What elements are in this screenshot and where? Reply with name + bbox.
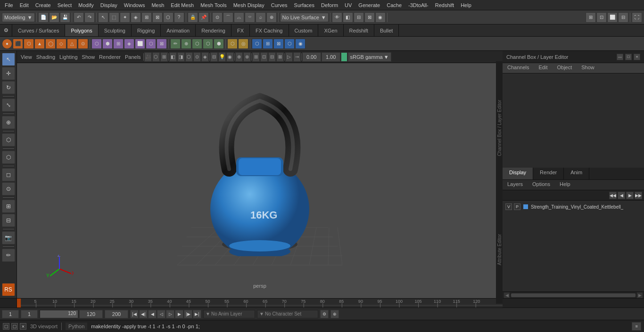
cyl-btn[interactable]: ⬡ <box>24 39 34 49</box>
prev-key-btn[interactable]: ◀| <box>139 310 148 318</box>
tab-fx-caching[interactable]: FX Caching <box>250 24 289 36</box>
layer-prev2-btn[interactable]: ◀ <box>618 192 625 199</box>
curve4-btn[interactable]: ⌕ <box>256 12 266 23</box>
combine-btn[interactable]: ⊞ <box>263 39 273 49</box>
tab-rigging[interactable]: Rigging <box>132 24 161 36</box>
extrude-btn[interactable]: ⊞ <box>113 39 124 49</box>
vp-iso-icon[interactable]: ⬡ <box>152 52 160 62</box>
rp-maximize-btn[interactable]: □ <box>625 54 632 60</box>
options-subtab[interactable]: Options <box>528 180 555 190</box>
script-editor-btn[interactable]: ≡ <box>632 322 641 331</box>
play-back-btn[interactable]: ◁ <box>157 310 165 318</box>
layout4-btn[interactable]: ⊟ <box>618 12 628 23</box>
paint-btn[interactable]: ✦ <box>120 12 130 23</box>
viewport[interactable]: View Shading Lighting Show Renderer Pane… <box>17 51 503 298</box>
prism-btn[interactable]: ◇ <box>56 39 66 49</box>
annotation-btn[interactable]: ✏ <box>2 249 15 262</box>
tab-fx[interactable]: FX <box>231 24 250 36</box>
menu-redshift[interactable]: Redshift <box>432 1 457 9</box>
vp-isolate-icon[interactable]: ⊟ <box>210 52 218 62</box>
tool2-btn[interactable]: ⊠ <box>152 12 163 23</box>
tab-rendering[interactable]: Rendering <box>196 24 231 36</box>
layer-next-btn[interactable]: ▶ <box>626 192 634 199</box>
boolean-btn[interactable]: ⊠ <box>273 39 284 49</box>
range-end-input[interactable]: 120 <box>79 310 103 318</box>
vp-show-menu[interactable]: Show <box>80 54 97 60</box>
live-surface-dropdown[interactable]: No Live Surface ▼ <box>280 13 329 22</box>
tool3-btn[interactable]: ⬡ <box>163 12 173 23</box>
menu-deform[interactable]: Deform <box>318 1 341 9</box>
go-start-btn[interactable]: |◀ <box>130 310 139 318</box>
connect-btn[interactable]: ⬢ <box>214 39 224 49</box>
curve2-btn[interactable]: ⌓ <box>234 12 244 23</box>
anim-icon[interactable]: □ <box>11 323 18 330</box>
menu-mesh-display[interactable]: Mesh Display <box>231 1 267 9</box>
bridge-btn[interactable]: ⬜ <box>135 39 145 49</box>
collapse-btn[interactable]: ⊠ <box>157 39 167 49</box>
vp-wire-icon[interactable]: ⬡ <box>185 52 193 62</box>
vp-shading-icon1[interactable]: ◧ <box>169 52 177 62</box>
tab-curves-surfaces[interactable]: Curves / Surfaces <box>12 24 65 36</box>
layout1-btn[interactable]: ⊞ <box>586 12 596 23</box>
anim-tab[interactable]: Anim <box>564 168 589 179</box>
pin-btn[interactable]: 📌 <box>198 12 209 23</box>
rs-btn[interactable]: RS <box>2 283 15 296</box>
target-btn[interactable]: ◎ <box>238 39 248 49</box>
range-bar[interactable]: 120 <box>40 310 77 318</box>
attribute-editor-tab[interactable]: Attribute Editor <box>497 229 502 270</box>
render2-btn[interactable]: ◧ <box>343 12 353 23</box>
separate-btn[interactable]: ⬡ <box>284 39 295 49</box>
tab-polygons[interactable]: Polygons <box>65 24 98 36</box>
fill-btn[interactable]: ⬡ <box>146 39 156 49</box>
channels-tab[interactable]: Channels <box>503 63 534 73</box>
tab-animation[interactable]: Animation <box>161 24 196 36</box>
pyramid-btn[interactable]: △ <box>67 39 77 49</box>
layer-next2-btn[interactable]: ▶▶ <box>635 192 642 199</box>
smooth-btn[interactable]: ⬢ <box>102 39 113 49</box>
menu-select[interactable]: Select <box>55 1 75 9</box>
channel-box-tab[interactable]: Channel Box / Layer Editor <box>497 95 502 161</box>
vp-extra2[interactable]: ⊡ <box>260 52 268 62</box>
soft-sel-btn[interactable]: ⬡ <box>2 133 15 146</box>
vp-extra4[interactable]: ⊠ <box>276 52 284 62</box>
vp-panels-menu[interactable]: Panels <box>123 54 143 60</box>
tab-bullet[interactable]: Bullet <box>374 24 399 36</box>
layer-scrollbar[interactable]: ◀ ▶ <box>503 292 644 298</box>
render1-btn[interactable]: 👁 <box>332 12 342 23</box>
current-frame-input[interactable]: 1 <box>2 310 19 318</box>
render-tab[interactable]: Render <box>533 168 564 179</box>
next-key-btn[interactable]: |▶ <box>184 310 192 318</box>
scroll-left-btn[interactable]: ◀ <box>504 292 510 299</box>
3d-icon[interactable]: □ <box>3 323 9 330</box>
show-tab[interactable]: Show <box>577 63 599 73</box>
menu-modify[interactable]: Modify <box>75 1 96 9</box>
layer-item-0[interactable]: V P Strength_Training_Vinyl_Coated_Kettl… <box>504 202 643 212</box>
open-file-btn[interactable]: 📂 <box>49 12 59 23</box>
paint-select-btn[interactable]: ⊙ <box>2 182 15 195</box>
magnet-btn[interactable]: ⊙ <box>212 12 223 23</box>
tab-sculpting[interactable]: Sculpting <box>99 24 132 36</box>
new-file-btn[interactable]: 📄 <box>38 12 49 23</box>
rp-minimize-btn[interactable]: — <box>617 54 623 60</box>
play-fwd-btn[interactable]: ▷ <box>166 310 174 318</box>
render3-btn[interactable]: ⊟ <box>354 12 364 23</box>
lasso-btn[interactable]: ⬚ <box>109 12 119 23</box>
crease-btn[interactable]: ⬡ <box>227 39 238 49</box>
menu-windows[interactable]: Windows <box>121 1 148 9</box>
maximize-btn[interactable]: ⛶ <box>632 12 642 23</box>
vp-shading-icon2[interactable]: ◨ <box>177 52 185 62</box>
menu-uv[interactable]: UV <box>342 1 355 9</box>
universal-btn[interactable]: ⊕ <box>2 116 15 129</box>
menu-mesh-tools[interactable]: Mesh Tools <box>198 1 229 9</box>
scroll-right-btn[interactable]: ▶ <box>636 292 643 299</box>
vp-colorspace-dropdown[interactable]: sRGB gamma ▼ <box>348 52 391 62</box>
scale-btn[interactable]: ⤡ <box>2 98 15 112</box>
curve5-btn[interactable]: ⊕ <box>266 12 277 23</box>
layers-subtab[interactable]: Layers <box>503 180 528 190</box>
vp-extra3[interactable]: ⊟ <box>268 52 276 62</box>
vp-light-icon[interactable]: 💡 <box>218 52 226 62</box>
vp-dof-icon[interactable]: ⊗ <box>243 52 251 62</box>
settings-icon-tab[interactable]: ⚙ <box>0 24 12 37</box>
go-end-btn[interactable]: ▶| <box>193 310 201 318</box>
lock-btn[interactable]: 🔒 <box>188 12 198 23</box>
